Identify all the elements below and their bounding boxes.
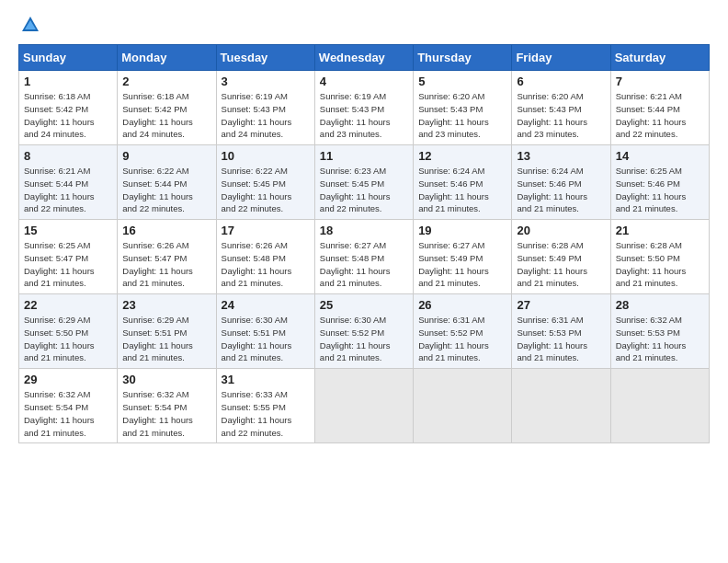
day-info: Sunrise: 6:18 AM Sunset: 5:42 PM Dayligh… xyxy=(24,90,112,141)
day-number: 23 xyxy=(122,298,210,312)
day-number: 13 xyxy=(517,149,605,163)
day-number: 17 xyxy=(222,224,310,237)
day-info: Sunrise: 6:29 AM Sunset: 5:50 PM Dayligh… xyxy=(24,314,112,364)
day-number: 3 xyxy=(222,75,310,88)
day-header-sunday: Sunday xyxy=(19,45,118,71)
day-info: Sunrise: 6:22 AM Sunset: 5:45 PM Dayligh… xyxy=(222,165,310,215)
week-row-3: 15Sunrise: 6:25 AM Sunset: 5:47 PM Dayli… xyxy=(19,220,710,294)
week-row-4: 22Sunrise: 6:29 AM Sunset: 5:50 PM Dayli… xyxy=(19,294,710,369)
day-info: Sunrise: 6:27 AM Sunset: 5:48 PM Dayligh… xyxy=(320,239,408,290)
day-info: Sunrise: 6:24 AM Sunset: 5:46 PM Dayligh… xyxy=(418,165,506,215)
day-info: Sunrise: 6:18 AM Sunset: 5:42 PM Dayligh… xyxy=(122,90,210,141)
logo xyxy=(18,15,40,35)
day-cell: 16Sunrise: 6:26 AM Sunset: 5:47 PM Dayli… xyxy=(118,220,216,294)
day-number: 19 xyxy=(418,224,506,237)
day-number: 20 xyxy=(517,224,605,237)
day-cell: 10Sunrise: 6:22 AM Sunset: 5:45 PM Dayli… xyxy=(216,145,314,220)
day-cell xyxy=(414,369,512,443)
day-number: 11 xyxy=(320,149,408,163)
day-cell: 22Sunrise: 6:29 AM Sunset: 5:50 PM Dayli… xyxy=(19,294,118,369)
day-number: 2 xyxy=(122,75,210,88)
day-number: 18 xyxy=(320,224,408,237)
day-number: 6 xyxy=(517,75,605,88)
day-number: 14 xyxy=(616,149,704,163)
day-info: Sunrise: 6:19 AM Sunset: 5:43 PM Dayligh… xyxy=(222,90,310,141)
day-info: Sunrise: 6:30 AM Sunset: 5:52 PM Dayligh… xyxy=(320,314,408,364)
day-info: Sunrise: 6:25 AM Sunset: 5:47 PM Dayligh… xyxy=(24,239,112,290)
day-info: Sunrise: 6:22 AM Sunset: 5:44 PM Dayligh… xyxy=(122,165,210,215)
logo-icon xyxy=(20,15,40,35)
day-info: Sunrise: 6:23 AM Sunset: 5:45 PM Dayligh… xyxy=(320,165,408,215)
day-number: 30 xyxy=(122,373,210,386)
day-number: 22 xyxy=(24,298,112,312)
day-number: 29 xyxy=(24,373,112,386)
day-info: Sunrise: 6:31 AM Sunset: 5:53 PM Dayligh… xyxy=(517,314,605,364)
day-cell: 13Sunrise: 6:24 AM Sunset: 5:46 PM Dayli… xyxy=(512,145,610,220)
day-number: 12 xyxy=(418,149,506,163)
day-number: 10 xyxy=(222,149,310,163)
day-cell: 3Sunrise: 6:19 AM Sunset: 5:43 PM Daylig… xyxy=(216,71,314,145)
day-cell: 30Sunrise: 6:32 AM Sunset: 5:54 PM Dayli… xyxy=(118,369,216,443)
day-cell: 1Sunrise: 6:18 AM Sunset: 5:42 PM Daylig… xyxy=(19,71,118,145)
day-info: Sunrise: 6:20 AM Sunset: 5:43 PM Dayligh… xyxy=(418,90,506,141)
day-header-wednesday: Wednesday xyxy=(314,45,413,71)
day-number: 31 xyxy=(222,373,310,386)
day-number: 21 xyxy=(616,224,704,237)
day-number: 24 xyxy=(222,298,310,312)
day-info: Sunrise: 6:30 AM Sunset: 5:51 PM Dayligh… xyxy=(222,314,310,364)
day-cell: 2Sunrise: 6:18 AM Sunset: 5:42 PM Daylig… xyxy=(118,71,216,145)
header xyxy=(18,15,710,35)
day-info: Sunrise: 6:21 AM Sunset: 5:44 PM Dayligh… xyxy=(24,165,112,215)
day-cell: 6Sunrise: 6:20 AM Sunset: 5:43 PM Daylig… xyxy=(512,71,610,145)
day-cell: 26Sunrise: 6:31 AM Sunset: 5:52 PM Dayli… xyxy=(414,294,512,369)
day-info: Sunrise: 6:32 AM Sunset: 5:54 PM Dayligh… xyxy=(122,388,210,439)
day-info: Sunrise: 6:20 AM Sunset: 5:43 PM Dayligh… xyxy=(517,90,605,141)
day-header-saturday: Saturday xyxy=(610,45,709,71)
day-cell: 29Sunrise: 6:32 AM Sunset: 5:54 PM Dayli… xyxy=(19,369,118,443)
day-cell: 15Sunrise: 6:25 AM Sunset: 5:47 PM Dayli… xyxy=(19,220,118,294)
day-info: Sunrise: 6:31 AM Sunset: 5:52 PM Dayligh… xyxy=(418,314,506,364)
day-number: 27 xyxy=(517,298,605,312)
day-header-tuesday: Tuesday xyxy=(216,45,314,71)
days-header-row: SundayMondayTuesdayWednesdayThursdayFrid… xyxy=(19,45,710,71)
day-info: Sunrise: 6:26 AM Sunset: 5:48 PM Dayligh… xyxy=(222,239,310,290)
day-cell: 8Sunrise: 6:21 AM Sunset: 5:44 PM Daylig… xyxy=(19,145,118,220)
page: SundayMondayTuesdayWednesdayThursdayFrid… xyxy=(0,0,728,563)
day-cell: 31Sunrise: 6:33 AM Sunset: 5:55 PM Dayli… xyxy=(216,369,314,443)
calendar-table: SundayMondayTuesdayWednesdayThursdayFrid… xyxy=(18,44,710,443)
day-info: Sunrise: 6:32 AM Sunset: 5:53 PM Dayligh… xyxy=(616,314,704,364)
day-info: Sunrise: 6:25 AM Sunset: 5:46 PM Dayligh… xyxy=(616,165,704,215)
day-number: 8 xyxy=(24,149,112,163)
day-info: Sunrise: 6:28 AM Sunset: 5:50 PM Dayligh… xyxy=(616,239,704,290)
day-header-friday: Friday xyxy=(512,45,610,71)
day-cell: 5Sunrise: 6:20 AM Sunset: 5:43 PM Daylig… xyxy=(414,71,512,145)
day-number: 5 xyxy=(418,75,506,88)
day-number: 25 xyxy=(320,298,408,312)
day-cell: 9Sunrise: 6:22 AM Sunset: 5:44 PM Daylig… xyxy=(118,145,216,220)
day-cell: 25Sunrise: 6:30 AM Sunset: 5:52 PM Dayli… xyxy=(314,294,413,369)
day-cell: 20Sunrise: 6:28 AM Sunset: 5:49 PM Dayli… xyxy=(512,220,610,294)
day-info: Sunrise: 6:29 AM Sunset: 5:51 PM Dayligh… xyxy=(122,314,210,364)
day-cell xyxy=(314,369,413,443)
day-info: Sunrise: 6:27 AM Sunset: 5:49 PM Dayligh… xyxy=(418,239,506,290)
day-cell: 19Sunrise: 6:27 AM Sunset: 5:49 PM Dayli… xyxy=(414,220,512,294)
week-row-1: 1Sunrise: 6:18 AM Sunset: 5:42 PM Daylig… xyxy=(19,71,710,145)
day-cell: 12Sunrise: 6:24 AM Sunset: 5:46 PM Dayli… xyxy=(414,145,512,220)
day-number: 15 xyxy=(24,224,112,237)
day-info: Sunrise: 6:19 AM Sunset: 5:43 PM Dayligh… xyxy=(320,90,408,141)
day-cell: 24Sunrise: 6:30 AM Sunset: 5:51 PM Dayli… xyxy=(216,294,314,369)
day-cell: 18Sunrise: 6:27 AM Sunset: 5:48 PM Dayli… xyxy=(314,220,413,294)
day-cell: 4Sunrise: 6:19 AM Sunset: 5:43 PM Daylig… xyxy=(314,71,413,145)
day-cell: 21Sunrise: 6:28 AM Sunset: 5:50 PM Dayli… xyxy=(610,220,709,294)
day-cell: 27Sunrise: 6:31 AM Sunset: 5:53 PM Dayli… xyxy=(512,294,610,369)
day-cell xyxy=(610,369,709,443)
day-info: Sunrise: 6:26 AM Sunset: 5:47 PM Dayligh… xyxy=(122,239,210,290)
day-info: Sunrise: 6:21 AM Sunset: 5:44 PM Dayligh… xyxy=(616,90,704,141)
day-cell: 23Sunrise: 6:29 AM Sunset: 5:51 PM Dayli… xyxy=(118,294,216,369)
week-row-2: 8Sunrise: 6:21 AM Sunset: 5:44 PM Daylig… xyxy=(19,145,710,220)
logo-area xyxy=(18,15,40,35)
day-number: 9 xyxy=(122,149,210,163)
day-number: 1 xyxy=(24,75,112,88)
day-header-thursday: Thursday xyxy=(414,45,512,71)
day-cell: 14Sunrise: 6:25 AM Sunset: 5:46 PM Dayli… xyxy=(610,145,709,220)
